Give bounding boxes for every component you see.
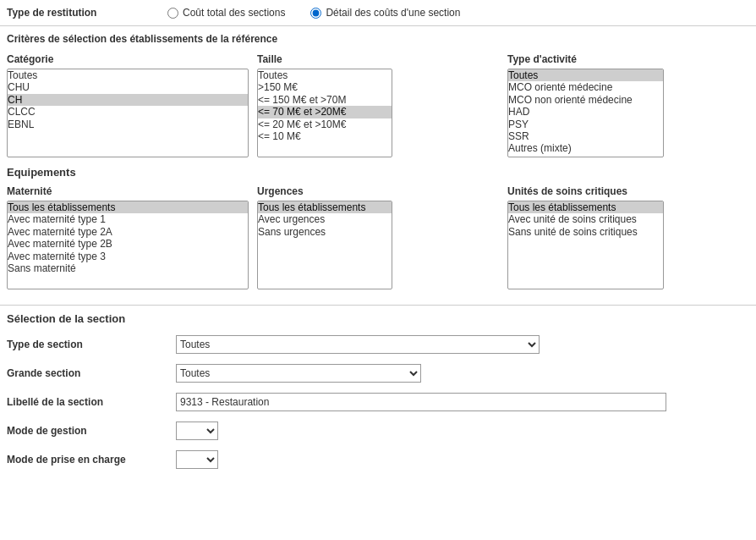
type-activite-block: Type d'activité Toutes MCO orienté médec… bbox=[507, 53, 749, 157]
libelle-input[interactable] bbox=[176, 393, 666, 411]
selection-section: Sélection de la section Type de section … bbox=[0, 306, 756, 484]
mode-prise-en-charge-control bbox=[176, 450, 749, 469]
equipements-title: Equipements bbox=[7, 166, 749, 179]
maternite-block: Maternité Tous les établissements Avec m… bbox=[7, 185, 249, 289]
type-activite-option[interactable]: MCO non orienté médecine bbox=[508, 94, 663, 106]
type-section-select[interactable]: Toutes bbox=[176, 335, 540, 354]
taille-select[interactable]: Toutes >150 M€ <= 150 M€ et >70M <= 70 M… bbox=[257, 69, 392, 157]
maternite-option[interactable]: Avec maternité type 3 bbox=[8, 251, 248, 262]
urgences-option[interactable]: Tous les établissements bbox=[258, 201, 392, 213]
urgences-option[interactable]: Sans urgences bbox=[258, 226, 392, 238]
type-activite-option[interactable]: HAD bbox=[508, 106, 663, 118]
mode-gestion-select[interactable] bbox=[176, 422, 218, 440]
categorie-option[interactable]: CHU bbox=[8, 81, 248, 93]
categorie-option[interactable]: CLCC bbox=[8, 106, 248, 118]
radio-option2-label: Détail des coûts d'une section bbox=[326, 7, 460, 19]
taille-label: Taille bbox=[257, 53, 499, 65]
grande-section-control: Toutes bbox=[176, 364, 749, 383]
libelle-control bbox=[176, 393, 749, 411]
maternite-option[interactable]: Avec maternité type 2B bbox=[8, 238, 248, 250]
grande-section-row: Grande section Toutes bbox=[7, 362, 749, 384]
soins-critiques-label: Unités de soins critiques bbox=[507, 185, 749, 197]
categorie-select[interactable]: Toutes CHU CH CLCC EBNL bbox=[7, 69, 249, 157]
type-activite-option[interactable]: SSR bbox=[508, 130, 663, 142]
soins-critiques-option[interactable]: Sans unité de soins critiques bbox=[508, 226, 663, 238]
taille-option[interactable]: Toutes bbox=[258, 69, 392, 81]
maternite-label: Maternité bbox=[7, 185, 249, 197]
soins-critiques-block: Unités de soins critiques Tous les établ… bbox=[507, 185, 749, 289]
grande-section-select[interactable]: Toutes bbox=[176, 364, 421, 383]
mode-prise-en-charge-select[interactable] bbox=[176, 450, 218, 469]
categorie-option[interactable]: CH bbox=[8, 94, 248, 106]
maternite-select[interactable]: Tous les établissements Avec maternité t… bbox=[7, 201, 249, 289]
equipements-section: Equipements Maternité Tous les établisse… bbox=[7, 166, 749, 289]
radio-group: Coût total des sections Détail des coûts… bbox=[167, 7, 460, 19]
urgences-option[interactable]: Avec urgences bbox=[258, 213, 392, 225]
radio-detail-couts[interactable] bbox=[310, 8, 321, 19]
type-section-control: Toutes bbox=[176, 335, 749, 354]
maternite-option[interactable]: Avec maternité type 2A bbox=[8, 226, 248, 238]
soins-critiques-option[interactable]: Tous les établissements bbox=[508, 201, 663, 213]
restitution-label: Type de restitution bbox=[7, 7, 117, 19]
type-section-label: Type de section bbox=[7, 339, 176, 350]
equipements-columns: Maternité Tous les établissements Avec m… bbox=[7, 185, 749, 289]
criteres-columns: Catégorie Toutes CHU CH CLCC EBNL Taille… bbox=[7, 53, 749, 157]
mode-prise-en-charge-row: Mode de prise en charge bbox=[7, 449, 749, 471]
type-activite-option[interactable]: Toutes bbox=[508, 69, 663, 81]
taille-option[interactable]: <= 20 M€ et >10M€ bbox=[258, 118, 392, 130]
soins-critiques-select[interactable]: Tous les établissements Avec unité de so… bbox=[507, 201, 664, 289]
criteres-title: Critères de sélection des établissements… bbox=[7, 33, 749, 45]
categorie-option[interactable]: EBNL bbox=[8, 118, 248, 130]
mode-gestion-label: Mode de gestion bbox=[7, 425, 176, 437]
urgences-select[interactable]: Tous les établissements Avec urgences Sa… bbox=[257, 201, 392, 289]
radio-option1-label: Coût total des sections bbox=[183, 7, 285, 19]
taille-block: Taille Toutes >150 M€ <= 150 M€ et >70M … bbox=[257, 53, 499, 157]
taille-option[interactable]: <= 150 M€ et >70M bbox=[258, 94, 392, 106]
radio-cout-total[interactable] bbox=[167, 8, 178, 19]
taille-option[interactable]: <= 70 M€ et >20M€ bbox=[258, 106, 392, 118]
libelle-row: Libellé de la section bbox=[7, 391, 749, 413]
maternite-option[interactable]: Tous les établissements bbox=[8, 201, 248, 213]
mode-gestion-row: Mode de gestion bbox=[7, 420, 749, 442]
radio-option1[interactable]: Coût total des sections bbox=[167, 7, 285, 19]
taille-option[interactable]: >150 M€ bbox=[258, 81, 392, 93]
maternite-option[interactable]: Avec maternité type 1 bbox=[8, 213, 248, 225]
type-activite-option[interactable]: Autres (mixte) bbox=[508, 142, 663, 154]
urgences-label: Urgences bbox=[257, 185, 499, 197]
maternite-option[interactable]: Sans maternité bbox=[8, 262, 248, 274]
grande-section-label: Grande section bbox=[7, 367, 176, 379]
categorie-block: Catégorie Toutes CHU CH CLCC EBNL bbox=[7, 53, 249, 157]
mode-gestion-control bbox=[176, 422, 749, 440]
radio-option2[interactable]: Détail des coûts d'une section bbox=[310, 7, 460, 19]
type-section-row: Type de section Toutes bbox=[7, 333, 749, 355]
soins-critiques-option[interactable]: Avec unité de soins critiques bbox=[508, 213, 663, 225]
type-activite-option[interactable]: MCO orienté médecine bbox=[508, 81, 663, 93]
selection-title: Sélection de la section bbox=[7, 312, 749, 325]
type-activite-option[interactable]: PSY bbox=[508, 118, 663, 130]
taille-option[interactable]: <= 10 M€ bbox=[258, 130, 392, 142]
urgences-block: Urgences Tous les établissements Avec ur… bbox=[257, 185, 499, 289]
type-activite-select[interactable]: Toutes MCO orienté médecine MCO non orie… bbox=[507, 69, 664, 157]
restitution-row: Type de restitution Coût total des secti… bbox=[0, 0, 756, 26]
categorie-label: Catégorie bbox=[7, 53, 249, 65]
mode-prise-en-charge-label: Mode de prise en charge bbox=[7, 454, 176, 466]
criteres-section: Critères de sélection des établissements… bbox=[0, 26, 756, 306]
categorie-option[interactable]: Toutes bbox=[8, 69, 248, 81]
type-activite-label: Type d'activité bbox=[507, 53, 749, 65]
libelle-label: Libellé de la section bbox=[7, 396, 176, 408]
